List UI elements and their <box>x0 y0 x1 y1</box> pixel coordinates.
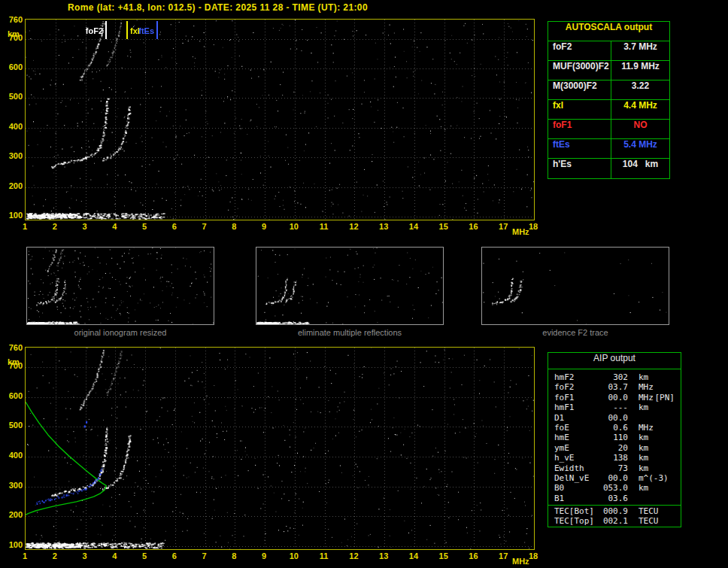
aip-row: foE0.6MHz <box>548 423 681 433</box>
x-axis-tick-top: 16 <box>469 222 478 232</box>
autoscala-param-value: 5.4 MHz <box>611 139 669 158</box>
aip-param-label: h_vE <box>548 453 601 463</box>
aip-param-label: ymE <box>548 443 601 453</box>
x-axis-tick-top: 2 <box>53 222 57 232</box>
aip-param-value: 20 <box>601 443 628 453</box>
aip-row: h_vE138km <box>548 453 681 463</box>
thumbnail-canvas-reflections <box>256 248 443 324</box>
aip-param-label: foF1 <box>548 393 601 402</box>
autoscala-row: foF1NO <box>548 120 669 139</box>
x-axis-tick-bottom: 12 <box>349 551 358 561</box>
autoscala-param-value: 3.7 MHz <box>611 41 669 60</box>
aip-param-unit: m^(-3) <box>628 473 669 483</box>
bottom-ionogram-canvas <box>26 348 534 549</box>
aip-row: hmE110km <box>548 433 681 442</box>
x-axis-tick-bottom: 17 <box>499 551 508 561</box>
x-axis-unit-bottom: MHz <box>512 557 529 566</box>
x-axis-tick-bottom: 7 <box>202 551 207 561</box>
aip-param-unit: km <box>628 402 648 412</box>
x-axis-tick-top: 11 <box>320 222 329 232</box>
aip-param-label: Ewidth <box>548 463 601 473</box>
aip-param-unit: MHz <box>628 382 654 392</box>
y-axis-tick-bottom: 600 <box>3 391 23 401</box>
aip-param-value: 110 <box>601 433 628 442</box>
autoscala-param-label: MUF(3000)F2 <box>548 61 611 80</box>
y-axis-tick-top: 700 <box>3 33 23 43</box>
aip-param-unit <box>628 494 639 503</box>
x-axis-tick-top: 10 <box>290 222 299 232</box>
aip-tec-row: TEC[Bot]000.9TECU <box>548 506 681 516</box>
aip-tec-value: 000.9 <box>601 506 628 516</box>
aip-row: hmF1---km <box>548 402 681 412</box>
x-axis-tick-bottom: 9 <box>262 551 266 561</box>
aip-param-label: D1 <box>548 413 601 423</box>
y-axis-tick-top: 760 <box>3 15 23 25</box>
aip-param-value: 00.0 <box>601 473 628 483</box>
aip-row: ymE20km <box>548 443 681 453</box>
aip-row: DelN_vE00.0m^(-3) <box>548 473 681 483</box>
x-axis-tick-bottom: 13 <box>379 551 388 561</box>
aip-param-unit: km <box>628 483 648 493</box>
autoscala-param-value: 4.4 MHz <box>611 100 669 119</box>
thumbnail-canvas-f2-trace <box>482 248 669 324</box>
x-axis-tick-top: 12 <box>349 222 358 232</box>
aip-param-value: 138 <box>601 453 628 463</box>
aip-output-table: AIP output hmF2302kmfoF203.7MHzfoF100.0M… <box>548 352 681 527</box>
thumbnail-caption-f2-trace: evidence F2 trace <box>481 328 669 337</box>
y-axis-tick-bottom: 700 <box>3 361 23 371</box>
aip-param-unit: km <box>628 463 648 473</box>
y-axis-tick-top: 400 <box>3 122 23 132</box>
autoscala-param-label: fxI <box>548 100 611 119</box>
x-axis-tick-bottom: 11 <box>320 551 329 561</box>
aip-param-label: DelN_vE <box>548 473 601 483</box>
autoscala-param-label: ftEs <box>548 139 611 158</box>
aip-param-label: foF2 <box>548 382 601 392</box>
aip-param-value: 00.0 <box>601 413 628 423</box>
x-axis-tick-top: 18 <box>529 222 538 232</box>
station-date-time-title: Rome (lat: +41.8, lon: 012.5) - DATE: 20… <box>68 2 368 13</box>
aip-param-label: foE <box>548 423 601 433</box>
autoscala-param-label: h'Es <box>548 159 611 178</box>
x-axis-tick-bottom: 2 <box>53 551 57 561</box>
autoscala-table-body: foF23.7 MHzMUF(3000)F211.9 MHzM(3000)F23… <box>548 41 669 178</box>
y-axis-tick-bottom: 100 <box>3 540 23 550</box>
aip-tec-label: TEC[Bot] <box>548 506 601 516</box>
y-axis-tick-top: 200 <box>3 181 23 191</box>
aip-param-label: B1 <box>548 494 601 503</box>
aip-row: foF203.7MHz <box>548 382 681 392</box>
aip-tec-unit: TECU <box>628 506 659 516</box>
x-axis-tick-bottom: 18 <box>529 551 538 561</box>
x-axis-tick-bottom: 4 <box>112 551 117 561</box>
y-axis-tick-bottom: 500 <box>3 421 23 430</box>
x-axis-tick-top: 1 <box>23 222 27 232</box>
aip-param-value: 73 <box>601 463 628 473</box>
aip-param-value: 302 <box>601 372 628 382</box>
aip-param-label: hmF2 <box>548 372 601 382</box>
aip-tec-unit: TECU <box>628 516 659 526</box>
thumbnail-multiple-reflections <box>256 247 444 325</box>
bottom-ionogram-plot <box>25 347 535 550</box>
thumbnail-original-ionogram <box>26 247 214 325</box>
aip-tec-rows: TEC[Bot]000.9TECUTEC[Top]002.1TECU <box>548 506 681 527</box>
aip-row: hmF2302km <box>548 372 681 382</box>
aip-param-unit: MHz <box>628 393 654 402</box>
aip-param-value: 053.0 <box>601 483 628 493</box>
x-axis-tick-bottom: 5 <box>142 551 147 561</box>
autoscala-row: foF23.7 MHz <box>548 41 669 61</box>
aip-tec-row: TEC[Top]002.1TECU <box>548 516 681 526</box>
aip-table-title: AIP output <box>548 353 681 369</box>
autoscala-row: fxI4.4 MHz <box>548 100 669 120</box>
autoscala-param-value: 11.9 MHz <box>611 61 669 80</box>
aip-param-value: 00.0 <box>601 393 628 402</box>
x-axis-tick-bottom: 6 <box>172 551 177 561</box>
autoscala-param-value: 3.22 <box>611 80 669 99</box>
x-axis-unit-top: MHz <box>512 227 529 236</box>
aip-row: Ewidth73km <box>548 463 681 473</box>
x-axis-tick-top: 3 <box>82 222 86 232</box>
autoscala-row: M(3000)F23.22 <box>548 80 669 100</box>
aip-param-value: 03.7 <box>601 382 628 392</box>
aip-param-note: [PN] <box>655 393 681 402</box>
x-axis-tick-top: 5 <box>142 222 147 232</box>
autoscala-row: h'Es104 km <box>548 159 669 178</box>
aip-param-unit: km <box>628 433 648 442</box>
